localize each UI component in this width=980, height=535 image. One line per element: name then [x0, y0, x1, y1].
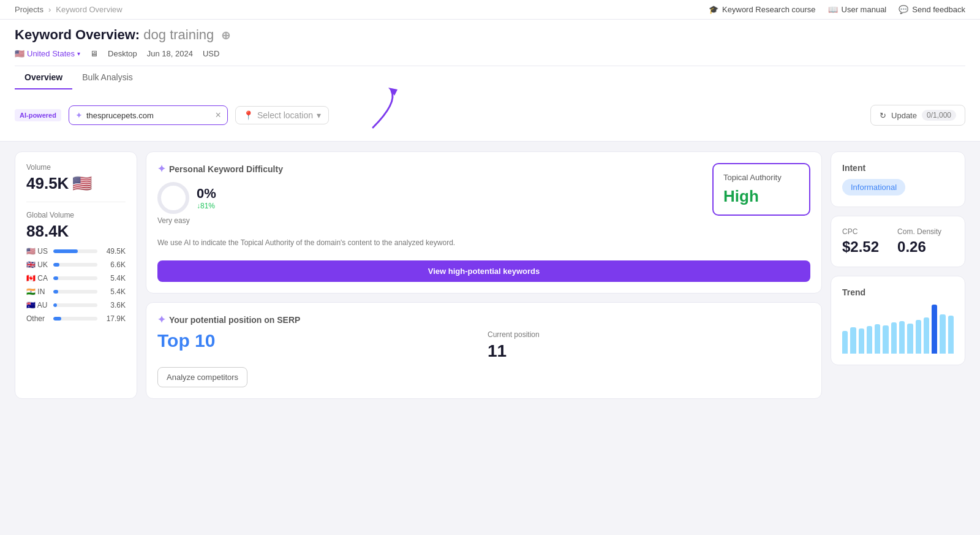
update-button[interactable]: ↻ Update 0/1,000: [870, 105, 965, 126]
trend-bar: [899, 321, 905, 354]
device-label: Desktop: [108, 49, 137, 58]
pkd-ease: Very easy: [157, 216, 698, 225]
serp-current-value: 11: [488, 341, 810, 361]
volume-card: Volume 49.5K 🇺🇸 Global Volume 88.4K 🇺🇸 U…: [15, 151, 137, 399]
location-label: United States: [27, 49, 75, 58]
country-row: 🇺🇸 US 49.5K: [26, 247, 126, 256]
toolbar: AI-powered ✦ × 📍 Select location ▾ ↻ Upd…: [0, 89, 980, 142]
country-value: 5.4K: [102, 287, 126, 296]
country-label: 🇺🇸 US: [26, 247, 48, 256]
page-title: Keyword Overview: dog training ⊕: [15, 27, 965, 43]
bar-fill: [53, 276, 58, 280]
trend-card: Trend: [831, 276, 965, 365]
topical-value: High: [723, 187, 799, 206]
bar-track: [53, 276, 97, 280]
pkd-title: Personal Keyword Difficulty: [169, 164, 283, 174]
pkd-change: ↓81%: [197, 202, 216, 210]
bar-fill: [53, 249, 78, 253]
location-select[interactable]: 📍 Select location ▾: [235, 106, 329, 124]
update-count: 0/1,000: [922, 110, 956, 121]
course-label: Keyword Research course: [722, 5, 815, 14]
intent-card: Intent Informational: [831, 151, 965, 207]
global-volume-value: 88.4K: [26, 222, 126, 241]
trend-bar: [916, 320, 921, 354]
date-label: Jun 18, 2024: [147, 49, 193, 58]
location-select-arrow-icon: ▾: [317, 110, 321, 120]
country-bars: 🇺🇸 US 49.5K 🇬🇧 UK 6.6K 🇨🇦 CA 5.4K 🇮🇳 IN …: [26, 247, 126, 323]
page-title-static: Keyword Overview:: [15, 27, 140, 42]
pkd-donut-row: 0% ↓81%: [157, 182, 698, 214]
domain-input-wrap[interactable]: ✦ ×: [69, 105, 228, 125]
ai-star-icon: ✦: [75, 110, 83, 120]
arrow-annotation: [336, 97, 410, 134]
manual-link[interactable]: 📖 User manual: [828, 5, 887, 14]
top-links: 🎓 Keyword Research course 📖 User manual …: [709, 5, 965, 14]
country-label: 🇦🇺 AU: [26, 301, 48, 309]
country-row: 🇬🇧 UK 6.6K: [26, 260, 126, 269]
pkd-header: ✦ Personal Keyword Difficulty: [157, 163, 698, 175]
trend-bar: [842, 331, 848, 354]
feedback-link[interactable]: 💬 Send feedback: [899, 5, 965, 14]
bar-fill: [53, 290, 58, 294]
volume-value: 49.5K 🇺🇸: [26, 174, 126, 193]
trend-bar: [850, 327, 856, 354]
country-row: 🇦🇺 AU 3.6K: [26, 301, 126, 309]
location-arrow-icon: ▾: [77, 50, 80, 57]
breadcrumb: Projects › Keyword Overview: [15, 5, 123, 14]
cpc-density-row: CPC $2.52 Com. Density 0.26: [842, 227, 954, 256]
intent-badge: Informational: [842, 179, 905, 195]
country-row: 🇨🇦 CA 5.4K: [26, 274, 126, 283]
volume-label: Volume: [26, 163, 126, 172]
topical-label: Topical Authority: [723, 173, 799, 182]
bar-track: [53, 290, 97, 294]
domain-input[interactable]: [86, 111, 212, 120]
us-flag-icon: 🇺🇸: [15, 49, 24, 58]
location-selector[interactable]: 🇺🇸 United States ▾: [15, 49, 80, 58]
pkd-desc: We use AI to indicate the Topical Author…: [157, 237, 810, 248]
bar-fill: [53, 303, 57, 307]
course-link[interactable]: 🎓 Keyword Research course: [709, 5, 815, 14]
serp-card: ✦ Your potential position on SERP Top 10…: [146, 302, 822, 399]
pkd-donut: [157, 182, 189, 214]
trend-bar: [907, 324, 913, 354]
us-flag-inline: 🇺🇸: [72, 174, 92, 193]
tab-overview[interactable]: Overview: [15, 66, 72, 90]
add-keyword-icon[interactable]: ⊕: [221, 29, 230, 42]
view-keywords-button[interactable]: View high-potential keywords: [157, 260, 810, 282]
clear-domain-icon[interactable]: ×: [216, 110, 221, 121]
country-label: 🇮🇳 IN: [26, 287, 48, 296]
trend-label: Trend: [842, 287, 954, 297]
location-pin-icon: 📍: [243, 110, 254, 120]
manual-icon: 📖: [828, 5, 838, 14]
feedback-label: Send feedback: [912, 5, 965, 14]
analyze-competitors-button[interactable]: Analyze competitors: [157, 367, 247, 387]
breadcrumb-projects[interactable]: Projects: [15, 5, 43, 14]
top-bar: Projects › Keyword Overview 🎓 Keyword Re…: [0, 0, 980, 20]
country-label: 🇬🇧 UK: [26, 260, 48, 269]
breadcrumb-current: Keyword Overview: [56, 5, 122, 14]
trend-bar: [932, 305, 937, 354]
trend-bar: [940, 314, 945, 354]
serp-header: ✦ Your potential position on SERP: [157, 314, 810, 325]
bar-track: [53, 249, 97, 253]
ai-badge: AI-powered: [15, 109, 61, 121]
pkd-star-icon: ✦: [157, 163, 165, 175]
bar-track: [53, 263, 97, 267]
bar-fill: [53, 263, 59, 267]
center-column: ✦ Personal Keyword Difficulty 0% ↓81% Ve…: [146, 151, 822, 399]
trend-bar: [883, 325, 888, 354]
trend-bar: [859, 328, 864, 354]
country-row: Other 17.9K: [26, 314, 126, 323]
intent-label: Intent: [842, 163, 954, 173]
refresh-icon: ↻: [880, 111, 886, 120]
bar-track: [53, 317, 97, 321]
page-header: Keyword Overview: dog training ⊕ 🇺🇸 Unit…: [0, 20, 980, 89]
density-label: Com. Density: [897, 227, 941, 236]
country-label: Other: [26, 314, 48, 323]
trend-bar: [891, 322, 897, 354]
tab-bulk-analysis[interactable]: Bulk Analysis: [72, 66, 142, 90]
bar-track: [53, 303, 97, 307]
trend-bar: [948, 316, 954, 354]
density-value: 0.26: [897, 238, 941, 256]
tab-bar: Overview Bulk Analysis: [15, 66, 965, 89]
